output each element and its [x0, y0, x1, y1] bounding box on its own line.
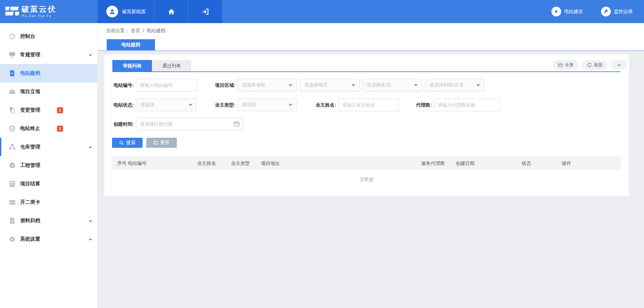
breadcrumb-prefix: 当前位置： [106, 28, 129, 33]
field-label-station-no: 电站编号: [104, 79, 134, 91]
field-label-station-status: 电站状态: [104, 99, 134, 111]
status-placeholder: 请选择 [140, 102, 154, 108]
search-icon [119, 140, 124, 145]
home-icon [168, 8, 175, 15]
sidebar-item-console[interactable]: 控制台 [0, 27, 97, 46]
record-icon [9, 125, 16, 132]
col-station-no: 电站编号 [128, 157, 147, 170]
sidebar-item-station-termination[interactable]: 电站终止 1 [0, 119, 97, 138]
sidebar-item-data-archive[interactable]: 资料归档 [0, 211, 97, 230]
county-select[interactable]: 请选择县/区 [362, 79, 422, 91]
monitor-icon [9, 51, 16, 58]
briefcase-icon [9, 88, 16, 95]
chevron-down-icon [88, 145, 93, 149]
chevron-down-icon [88, 237, 93, 242]
empty-state-text: 无数据 [104, 177, 629, 183]
table-header-row: 序号 电站编号 业主姓名 业主类型 项目地址 服务代理商 创建日期 状态 操作 [112, 157, 621, 170]
city-select[interactable]: 请选择城市 [300, 79, 360, 91]
fullscreen-label: 全屏 [565, 62, 574, 68]
logout-button[interactable] [188, 0, 222, 23]
tab-underline [112, 71, 620, 72]
collapse-button[interactable] [611, 60, 627, 70]
col-agent: 服务代理商 [421, 157, 445, 170]
module-monitoring-ops[interactable]: 监控运维 [601, 0, 633, 23]
reset-icon [153, 140, 158, 145]
date-range-input[interactable] [136, 118, 243, 130]
breadcrumb-home[interactable]: 首页 [131, 28, 140, 33]
col-status: 状态 [522, 157, 531, 170]
module-label: 电站建设 [564, 9, 583, 15]
tab-review-list[interactable]: 审核列表 [112, 60, 152, 71]
copy-icon [9, 107, 16, 114]
caret-down-icon [189, 104, 193, 106]
breadcrumb: 当前位置： 首页 / 电站建档 [106, 28, 166, 34]
brand-subtitle: Po Jian Yun Fu [22, 14, 52, 18]
village-select[interactable]: 请选择村镇/街道 [425, 79, 485, 91]
refresh-icon [587, 63, 592, 68]
calculator-icon [9, 180, 16, 187]
reset-button[interactable]: 重置 [146, 138, 177, 148]
avatar[interactable] [106, 6, 118, 17]
owner-name-input[interactable] [338, 99, 399, 111]
brand-logo: 破茧云伏 Po Jian Yun Fu [0, 0, 98, 23]
province-placeholder: 请选择省份 [242, 82, 265, 88]
breadcrumb-current: 电站建档 [147, 28, 166, 33]
brand-logo-icon [5, 5, 20, 18]
village-placeholder: 请选择村镇/街道 [429, 82, 464, 88]
sidebar-item-label: 电站建档 [20, 70, 40, 76]
sidebar-item-warehouse-mgmt[interactable]: 仓库管理 [0, 138, 97, 156]
sidebar-item-project-initiation[interactable]: 项目立项 [0, 82, 97, 101]
sidebar-item-label: 资料归档 [20, 218, 40, 224]
sidebar-item-label: 系统设置 [20, 236, 40, 242]
module-label: 监控运维 [614, 9, 633, 15]
brand-title: 破茧云伏 [21, 4, 56, 14]
tab-passed-list[interactable]: 通过列表 [152, 60, 191, 71]
owner-type-placeholder: 请选择 [242, 102, 256, 108]
chevron-down-icon [88, 53, 93, 57]
sidebar-item-label: 项目结算 [20, 181, 40, 187]
col-seq: 序号 [117, 157, 126, 170]
notification-badge: 1 [57, 107, 63, 113]
sign-in-icon [202, 8, 209, 15]
sidebar-item-change-mgmt[interactable]: 变更管理 1 [0, 101, 97, 119]
module-station-construction[interactable]: 电站建设 [551, 0, 583, 23]
sidebar-item-label: 变更管理 [20, 107, 40, 113]
top-bar: 破茧云伏 Po Jian Yun Fu 破茧新能源 [0, 0, 644, 23]
owner-type-select[interactable]: 请选择 [237, 99, 297, 111]
caret-down-icon [414, 84, 418, 86]
col-address: 项目地址 [261, 157, 280, 170]
sidebar-item-label: 开二类卡 [20, 199, 40, 205]
gear-icon [9, 236, 16, 243]
col-owner-name: 业主姓名 [197, 157, 216, 170]
refresh-button[interactable]: 刷新 [582, 60, 608, 70]
fullscreen-button[interactable]: 全屏 [553, 60, 579, 70]
sitemap-icon [9, 143, 16, 150]
col-actions: 操作 [562, 157, 571, 170]
station-no-input[interactable] [136, 79, 197, 91]
dashboard-icon [9, 33, 16, 40]
caret-down-icon [288, 84, 292, 86]
sidebar-item-label: 电站终止 [20, 125, 40, 132]
sidebar-item-label: 项目立项 [20, 88, 40, 95]
agent-input[interactable] [434, 99, 500, 111]
sidebar-item-general-mgmt[interactable]: 常规管理 [0, 46, 97, 64]
top-nav-dark-section: 破茧新能源 [98, 0, 222, 23]
calendar-icon[interactable] [233, 121, 240, 127]
sidebar-item-station-archive[interactable]: 电站建档 [0, 64, 97, 82]
province-select[interactable]: 请选择省份 [237, 79, 297, 91]
wrench-icon [601, 7, 611, 16]
county-placeholder: 请选择县/区 [367, 82, 391, 88]
sidebar-item-type2-card[interactable]: 开二类卡 [0, 193, 97, 211]
station-status-select[interactable]: 请选择 [136, 99, 197, 111]
col-owner-type: 业主类型 [231, 157, 250, 170]
search-button[interactable]: 搜索 [112, 138, 143, 148]
sidebar-item-label: 控制台 [20, 33, 35, 40]
sidebar-item-engineering-mgmt[interactable]: 工程管理 [0, 156, 97, 175]
home-button[interactable] [154, 0, 188, 23]
sidebar-item-project-settlement[interactable]: 项目结算 [0, 175, 97, 193]
sidebar-item-system-settings[interactable]: 系统设置 [0, 230, 97, 248]
field-label-region: 项目区域: [202, 79, 235, 91]
page-tab-station-archive[interactable]: 电站建档 [107, 39, 155, 50]
page-header: 当前位置： 首页 / 电站建档 电站建档 [98, 23, 644, 51]
user-menu[interactable]: 破茧新能源 [98, 0, 154, 23]
